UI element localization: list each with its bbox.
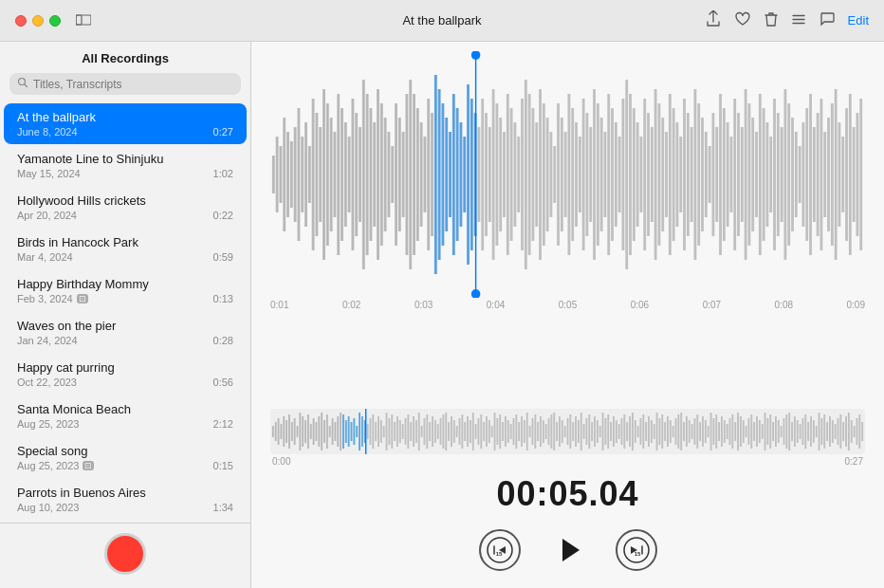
svg-rect-214 xyxy=(380,420,382,443)
svg-rect-325 xyxy=(680,413,682,450)
svg-rect-125 xyxy=(697,103,700,246)
window-title: At the ballpark xyxy=(402,13,481,28)
record-button[interactable] xyxy=(104,533,146,575)
recording-title: Yamanote Line to Shinjuku xyxy=(17,152,233,166)
svg-rect-327 xyxy=(686,416,688,447)
svg-rect-357 xyxy=(766,418,768,445)
recording-meta: Oct 22, 2023 xyxy=(17,377,77,388)
svg-rect-116 xyxy=(665,132,668,217)
svg-rect-134 xyxy=(730,137,733,212)
recording-item-parrots-buenos-aires[interactable]: Parrots in Buenos AiresAug 10, 20231:34 xyxy=(4,479,247,520)
svg-rect-340 xyxy=(721,416,723,447)
svg-rect-209 xyxy=(367,424,369,439)
skip-forward-button[interactable]: 15 xyxy=(616,529,657,571)
svg-rect-238 xyxy=(445,413,447,450)
share-icon[interactable] xyxy=(706,10,721,30)
svg-rect-163 xyxy=(835,89,838,260)
svg-rect-79 xyxy=(532,108,535,241)
svg-rect-179 xyxy=(285,420,287,443)
transcript-badge-icon: ⊡ xyxy=(83,461,94,470)
skip-back-button[interactable]: 15 xyxy=(479,529,521,571)
svg-rect-361 xyxy=(778,420,780,443)
svg-rect-298 xyxy=(607,414,609,449)
search-input[interactable] xyxy=(33,78,233,91)
svg-rect-335 xyxy=(708,426,709,437)
recording-item-at-the-ballpark[interactable]: At the ballparkJune 8, 20240:27 xyxy=(4,103,247,144)
svg-rect-128 xyxy=(709,146,711,203)
svg-rect-386 xyxy=(845,416,847,447)
svg-rect-191 xyxy=(318,416,320,447)
minimize-button[interactable] xyxy=(32,15,44,27)
svg-rect-345 xyxy=(734,422,736,441)
svg-rect-43 xyxy=(402,132,405,217)
search-bar[interactable] xyxy=(9,73,241,95)
svg-rect-246 xyxy=(467,416,469,447)
sidebar-toggle-button[interactable] xyxy=(76,12,91,29)
svg-rect-255 xyxy=(491,426,493,437)
svg-rect-40 xyxy=(391,146,394,203)
edit-button[interactable]: Edit xyxy=(848,13,869,28)
recording-item-santa-monica[interactable]: Santa Monica BeachAug 25, 20232:12 xyxy=(4,395,247,436)
main-waveform-area[interactable]: 0:01 0:02 0:03 0:04 0:05 0:06 0:07 0:08 … xyxy=(251,42,884,401)
recording-item-yamanote-line[interactable]: Yamanote Line to ShinjukuMay 15, 20241:0… xyxy=(4,145,247,186)
svg-rect-288 xyxy=(580,413,582,450)
svg-rect-47 xyxy=(416,108,419,241)
mini-waveform[interactable] xyxy=(270,409,865,454)
svg-rect-270 xyxy=(532,418,534,445)
svg-rect-142 xyxy=(759,94,762,255)
recording-item-happy-cat[interactable]: Happy cat purringOct 22, 20230:56 xyxy=(4,354,247,395)
recording-item-waves-pier[interactable]: Waves on the pierJan 24, 20240:28 xyxy=(4,312,247,353)
svg-rect-25 xyxy=(337,94,340,255)
time-label-8: 0:08 xyxy=(775,300,793,310)
svg-rect-78 xyxy=(528,94,531,255)
svg-rect-198 xyxy=(337,416,339,447)
mini-waveform-section[interactable]: 0:00 0:27 xyxy=(251,401,884,470)
close-button[interactable] xyxy=(15,15,27,27)
svg-rect-35 xyxy=(373,122,376,227)
svg-rect-82 xyxy=(543,103,545,246)
trash-icon[interactable] xyxy=(764,11,778,30)
svg-rect-72 xyxy=(506,94,509,255)
svg-rect-55 xyxy=(445,118,448,231)
recording-item-special-song[interactable]: Special songAug 25, 2023⊡0:15 xyxy=(4,437,247,478)
transcript-badge-icon: ⊡ xyxy=(77,294,88,303)
main-content: 0:01 0:02 0:03 0:04 0:05 0:06 0:07 0:08 … xyxy=(251,42,884,588)
svg-rect-88 xyxy=(564,132,567,217)
svg-rect-223 xyxy=(405,418,407,445)
svg-rect-285 xyxy=(572,422,574,441)
recording-duration: 1:02 xyxy=(213,168,233,179)
svg-rect-373 xyxy=(810,416,812,447)
svg-rect-192 xyxy=(321,413,322,450)
recording-item-happy-birthday[interactable]: Happy Birthday MommyFeb 3, 2024⊡0:13 xyxy=(4,270,247,311)
speech-bubble-icon[interactable] xyxy=(820,11,835,29)
svg-rect-291 xyxy=(588,414,590,449)
svg-rect-99 xyxy=(604,132,607,217)
recording-duration: 0:59 xyxy=(213,251,233,263)
play-button[interactable] xyxy=(547,529,589,571)
svg-rect-14 xyxy=(298,108,301,241)
svg-rect-200 xyxy=(342,414,344,449)
recording-meta: Aug 25, 2023⊡ xyxy=(17,460,94,471)
svg-rect-265 xyxy=(518,422,520,441)
list-icon[interactable] xyxy=(791,12,806,28)
recording-item-hollywood-hills[interactable]: Hollywood Hills cricketsApr 20, 20240:22 xyxy=(4,187,247,228)
svg-rect-290 xyxy=(586,418,588,445)
svg-rect-166 xyxy=(845,108,848,241)
svg-rect-154 xyxy=(802,122,805,227)
svg-rect-60 xyxy=(463,137,466,212)
svg-rect-181 xyxy=(291,422,293,441)
svg-rect-7 xyxy=(272,156,275,193)
maximize-button[interactable] xyxy=(49,15,61,27)
favorite-icon[interactable] xyxy=(734,11,751,29)
svg-rect-19 xyxy=(316,113,319,236)
recording-duration: 0:13 xyxy=(213,293,233,304)
svg-rect-350 xyxy=(748,418,750,445)
svg-rect-257 xyxy=(496,418,498,445)
svg-rect-323 xyxy=(675,418,677,445)
recording-item-birds-hancock[interactable]: Birds in Hancock ParkMar 4, 20240:59 xyxy=(4,229,247,269)
svg-rect-389 xyxy=(854,426,856,437)
recording-title: Special song xyxy=(17,444,233,458)
svg-rect-39 xyxy=(388,132,391,217)
svg-rect-384 xyxy=(839,414,841,449)
svg-rect-228 xyxy=(418,413,420,450)
